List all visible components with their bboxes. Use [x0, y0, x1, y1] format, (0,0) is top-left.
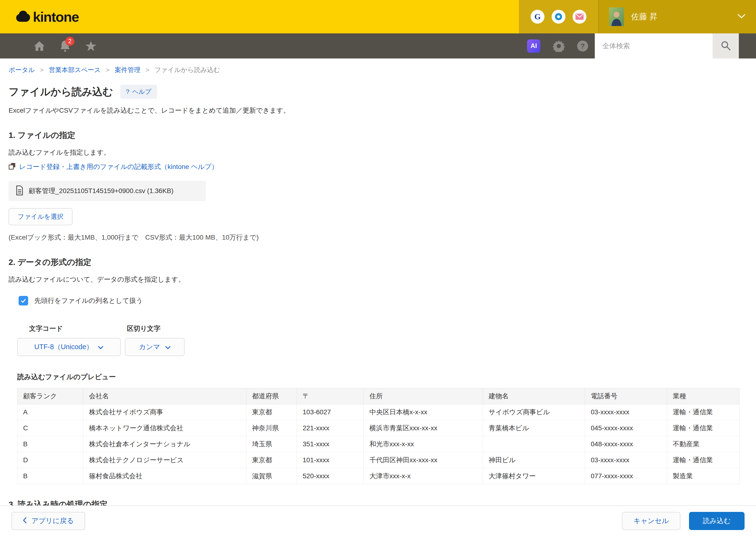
external-link-icon [9, 162, 16, 171]
nav-right: AI ? [527, 39, 595, 53]
title-row: ファイルから読み込む ? ヘルプ [9, 85, 756, 99]
table-cell: 077-xxxx-xxxx [585, 468, 667, 484]
mail-service-icon[interactable] [573, 10, 586, 24]
table-cell: 横浜市青葉区xxx-xx-xx [364, 420, 483, 436]
ai-assistant-icon[interactable]: AI [527, 39, 540, 53]
global-nav: 2 AI ? [0, 33, 756, 58]
service-icon-strip: G [519, 0, 598, 33]
table-column-header: 〒 [297, 388, 364, 404]
file-limits-note: (Excelブック形式：最大1MB、1,000行まで CSV形式：最大100 M… [9, 233, 756, 242]
table-cell: 滋賀県 [246, 468, 297, 484]
g-letter-icon: G [534, 12, 541, 21]
charset-value: UTF-8（Unicode） [34, 342, 93, 352]
table-column-header: 都道府県 [246, 388, 297, 404]
table-column-header: 会社名 [83, 388, 246, 404]
settings-gear-icon[interactable] [553, 40, 565, 52]
section1-description: 読み込むファイルを指定します。 [9, 148, 756, 157]
breadcrumb-app[interactable]: 案件管理 [115, 66, 141, 74]
header-row-option: 先頭行をファイルの列名として扱う [18, 296, 756, 306]
selected-file-name: 顧客管理_20251105T145159+0900.csv (1.36KB) [29, 186, 173, 195]
table-cell: 221-xxxx [297, 420, 364, 436]
chevron-down-icon [165, 343, 171, 351]
file-preview-table: 顧客ランク会社名都道府県〒住所建物名電話番号業種 A株式会社サイボウズ商事東京都… [17, 388, 740, 484]
section1-heading: 1. ファイルの指定 [9, 130, 756, 141]
preview-label: 読み込むファイルのプレビュー [17, 372, 756, 382]
file-document-icon [16, 185, 23, 196]
breadcrumb-separator-icon: > [146, 67, 149, 74]
check-icon [20, 298, 26, 304]
delimiter-select[interactable]: カンマ [125, 338, 185, 356]
charset-label: 文字コード [29, 324, 63, 333]
search-button[interactable] [712, 33, 739, 58]
cancel-button[interactable]: キャンセル [622, 512, 680, 530]
mail-icon [576, 14, 583, 20]
table-row: B株式会社倉本インターナショナル埼玉県351-xxxx和光市xxx-x-xx04… [17, 436, 740, 452]
nav-left: 2 [0, 40, 97, 52]
table-cell: 橋本ネットワーク通信株式会社 [83, 420, 246, 436]
header-row-checkbox[interactable] [18, 296, 28, 306]
breadcrumb-separator-icon: > [106, 67, 110, 74]
table-cell: 神田ビル [483, 452, 585, 468]
table-cell: 運輸・通信業 [667, 420, 740, 436]
table-cell: 103-6027 [297, 404, 364, 420]
breadcrumb-portal[interactable]: ポータル [9, 66, 35, 74]
file-format-help-link[interactable]: レコード登録・上書き用のファイルの記載形式（kintone ヘルプ） [19, 162, 218, 171]
table-cell: 株式会社倉本インターナショナル [83, 436, 246, 452]
office-service-icon[interactable] [551, 10, 565, 24]
table-cell: B [17, 436, 83, 452]
action-bar: アプリに戻る キャンセル 読み込む [0, 505, 756, 536]
table-cell: 048-xxxx-xxxx [585, 436, 667, 452]
ring-icon [555, 13, 562, 20]
header-right: G 佐藤 昇 [519, 0, 756, 33]
kintone-logo[interactable]: kintone [0, 9, 79, 25]
table-cell: 520-xxxx [297, 468, 364, 484]
logo-text: kintone [33, 9, 79, 25]
table-column-header: 建物名 [483, 388, 585, 404]
table-row: D株式会社テクノロジーサービス東京都101-xxxx千代田区神田xx-xxx-x… [17, 452, 740, 468]
table-cell: 03-xxxx-xxxx [585, 404, 667, 420]
table-cell: 運輸・通信業 [667, 452, 740, 468]
table-cell: 神奈川県 [246, 420, 297, 436]
table-cell [483, 436, 585, 452]
format-controls-row: UTF-8（Unicode） カンマ [0, 338, 756, 356]
table-cell: 運輸・通信業 [667, 404, 740, 420]
table-cell: 351-xxxx [297, 436, 364, 452]
help-label: ヘルプ [132, 87, 151, 96]
home-icon[interactable] [33, 40, 45, 52]
table-cell: 株式会社サイボウズ商事 [83, 404, 246, 420]
table-row: A株式会社サイボウズ商事東京都103-6027中央区日本橋x-x-xxサイボウズ… [17, 404, 740, 420]
global-search [595, 33, 739, 58]
table-cell: 製造業 [667, 468, 740, 484]
page-help-button[interactable]: ? ヘルプ [120, 85, 157, 99]
search-input[interactable] [595, 33, 712, 58]
user-name: 佐藤 昇 [631, 11, 657, 22]
table-cell: 中央区日本橋x-x-xx [364, 404, 483, 420]
table-cell: A [17, 404, 83, 420]
table-column-header: 住所 [364, 388, 483, 404]
select-file-button[interactable]: ファイルを選択 [9, 208, 73, 225]
selected-file-chip: 顧客管理_20251105T145159+0900.csv (1.36KB) [9, 181, 206, 201]
breadcrumb-space[interactable]: 営業本部スペース [49, 66, 101, 74]
back-to-app-button[interactable]: アプリに戻る [12, 512, 85, 530]
notification-count-badge: 2 [65, 37, 75, 46]
table-column-header: 電話番号 [585, 388, 667, 404]
charset-select[interactable]: UTF-8（Unicode） [17, 338, 121, 356]
garoon-service-icon[interactable]: G [531, 10, 545, 24]
search-icon [720, 40, 731, 51]
hamburger-menu-icon[interactable] [9, 40, 19, 52]
help-icon[interactable]: ? [577, 41, 588, 51]
table-row: C橋本ネットワーク通信株式会社神奈川県221-xxxx横浜市青葉区xxx-xx-… [17, 420, 740, 436]
breadcrumb-current: ファイルから読み込む [155, 66, 220, 74]
import-button[interactable]: 読み込む [689, 512, 744, 530]
header-row-checkbox-label: 先頭行をファイルの列名として扱う [34, 296, 143, 305]
notifications-bell-icon[interactable]: 2 [59, 40, 71, 52]
section2-description: 読み込むファイルについて、データの形式を指定します。 [9, 275, 756, 284]
delimiter-label: 区切り文字 [127, 324, 161, 333]
favorites-star-icon[interactable] [85, 40, 97, 52]
table-cell: D [17, 452, 83, 468]
table-cell: B [17, 468, 83, 484]
user-menu[interactable]: 佐藤 昇 [598, 0, 756, 33]
breadcrumb-separator-icon: > [40, 67, 44, 74]
app-header: kintone G [0, 0, 756, 33]
table-cell: 大津篠村タワー [483, 468, 585, 484]
